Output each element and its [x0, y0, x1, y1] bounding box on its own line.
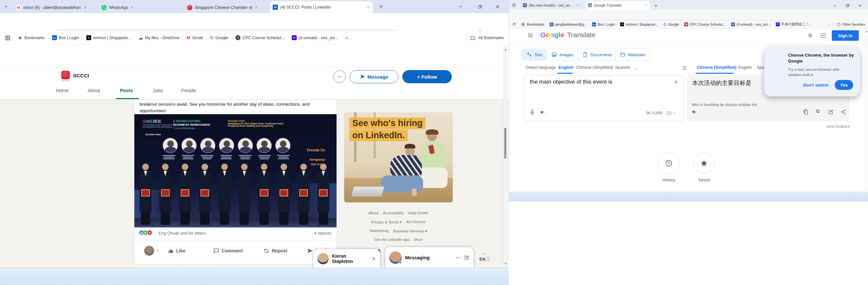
- tab-linkedin-active[interactable]: in (4) SCCCI: Posts | LinkedIn: [270, 1, 373, 13]
- bookmark-item[interactable]: Bookmarks: [18, 36, 45, 40]
- bookmark-item[interactable]: CCPC Course Schedul...: [236, 35, 284, 40]
- reposts-count[interactable]: 4 reposts: [314, 231, 331, 235]
- company-tab-home[interactable]: Home: [56, 88, 69, 93]
- favorite-item[interactable]: ✉(4 unread) - ceo_asi...: [731, 22, 771, 26]
- close-window-button[interactable]: [490, 0, 505, 13]
- mode-websites-chip[interactable]: Websites: [615, 49, 650, 61]
- source-lang-spanish[interactable]: Spanish: [615, 65, 630, 70]
- repost-button[interactable]: Repost: [264, 248, 287, 254]
- footer-link[interactable]: Accessibility: [383, 211, 404, 215]
- source-text-input[interactable]: the main objective of this event is: [530, 78, 668, 105]
- bookmark-item[interactable]: ☁My files - OneDrive: [138, 35, 180, 40]
- rate-translation-icon[interactable]: [828, 109, 834, 115]
- swap-languages-icon[interactable]: [682, 65, 687, 71]
- social-proof-text[interactable]: Eng Chuah and 44 others: [159, 231, 206, 235]
- restore-button[interactable]: [472, 0, 487, 13]
- favorite-item[interactable]: ▦CPC Course Schedul...: [684, 22, 726, 26]
- tab-actions-icon[interactable]: [512, 2, 516, 7]
- bookmark-item[interactable]: boxBox | Login: [52, 35, 79, 40]
- mode-documents-chip[interactable]: Documents: [578, 49, 617, 61]
- comment-button[interactable]: Comment: [213, 248, 243, 254]
- post-image[interactable]: SMEICC CONFERENCE SERIES Session Chair A…: [134, 114, 337, 227]
- favorite-item[interactable]: xxinmsn | Singapore...: [620, 22, 658, 26]
- company-tab-about[interactable]: About: [88, 88, 100, 93]
- tab-whatsapp[interactable]: WhatsApp: [99, 2, 182, 12]
- copy-translation-icon[interactable]: [803, 109, 809, 115]
- more-horizontal-icon[interactable]: [456, 255, 461, 260]
- favorite-item[interactable]: ✉gengfanbianwo@g...: [550, 22, 587, 26]
- footer-link[interactable]: Advertising: [370, 229, 389, 233]
- message-button[interactable]: Message: [350, 70, 398, 83]
- minimize-button[interactable]: [833, 3, 837, 7]
- listen-source-icon[interactable]: [540, 109, 546, 115]
- close-icon[interactable]: [644, 4, 647, 7]
- messaging-panel[interactable]: Messaging: [385, 247, 473, 268]
- minimize-button[interactable]: [453, 0, 468, 13]
- favorite-item[interactable]: Y不再讨超简老二 ! ...: [776, 22, 811, 27]
- ime-language-indicator[interactable]: ⌃ EN▭▭: [479, 253, 490, 262]
- dont-switch-button[interactable]: Don't switch: [803, 83, 829, 88]
- footer-link[interactable]: Help Center: [408, 211, 428, 215]
- company-overflow-button[interactable]: [333, 70, 346, 83]
- sidebar-icon[interactable]: [513, 22, 516, 26]
- restore-button[interactable]: [846, 3, 849, 7]
- close-icon[interactable]: [130, 6, 134, 9]
- close-icon[interactable]: [254, 6, 258, 9]
- share-translation-icon[interactable]: [840, 109, 846, 115]
- close-icon[interactable]: [83, 6, 87, 9]
- tab-search-chevron-icon[interactable]: [4, 4, 8, 8]
- company-tab-posts-active[interactable]: Posts: [120, 88, 133, 93]
- source-lang-english[interactable]: English: [558, 65, 573, 70]
- gear-icon[interactable]: [807, 32, 813, 38]
- company-tab-people[interactable]: People: [181, 88, 196, 93]
- favorite-item[interactable]: boxBox | Login: [592, 22, 615, 26]
- target-lang-english[interactable]: English: [738, 65, 752, 70]
- new-tab-button[interactable]: [654, 3, 658, 7]
- reactions-cluster[interactable]: ★ ♥: [139, 230, 152, 235]
- sign-in-button[interactable]: Sign in: [832, 30, 859, 41]
- bookmark-item[interactable]: MGmail: [187, 35, 203, 40]
- edge-tab-translate-active[interactable]: G Google Translate: [586, 1, 650, 9]
- google-search-icon[interactable]: G: [816, 108, 820, 114]
- compose-icon[interactable]: [464, 255, 470, 260]
- reaction-identity-switcher[interactable]: [144, 246, 159, 256]
- like-button[interactable]: Like: [168, 248, 185, 254]
- close-icon[interactable]: [367, 6, 370, 9]
- footer-link[interactable]: Get the LinkedIn app: [374, 238, 410, 242]
- clear-source-icon[interactable]: [673, 79, 678, 85]
- source-lang-dropdown-chevron[interactable]: [633, 66, 638, 71]
- close-window-button[interactable]: [858, 3, 862, 7]
- company-tab-jobs[interactable]: Jobs: [153, 88, 163, 93]
- apps-grid-icon[interactable]: [5, 35, 10, 41]
- hamburger-icon[interactable]: [527, 32, 533, 38]
- footer-link[interactable]: Ad Choices: [406, 220, 426, 224]
- close-icon[interactable]: [371, 256, 376, 261]
- send-feedback-link[interactable]: Send feedback: [805, 124, 849, 128]
- translate-scrollbar[interactable]: ▲: [865, 28, 868, 192]
- keyboard-icon[interactable]: [666, 110, 676, 116]
- footer-link[interactable]: More: [414, 238, 423, 242]
- mode-images-chip[interactable]: Images: [547, 49, 579, 61]
- follow-button[interactable]: + Follow: [402, 70, 452, 83]
- tab-sccci-site[interactable]: Singapore Chinese Chamber of: [184, 2, 268, 12]
- saved-button[interactable]: Saved: [693, 153, 715, 182]
- footer-link[interactable]: Business Services ▾: [393, 229, 427, 233]
- footer-link[interactable]: About: [369, 211, 378, 215]
- mic-icon[interactable]: [529, 109, 535, 115]
- scrollbar-thumb[interactable]: [504, 128, 506, 159]
- scrollbar-up-arrow[interactable]: ▲: [865, 30, 868, 33]
- bookmarks-overflow-chevron[interactable]: »: [345, 35, 348, 40]
- tab-gmail[interactable]: M Inbox (8) - albert@asiawidefran: [13, 2, 97, 12]
- scrollbar-down-arrow[interactable]: ▼: [504, 262, 507, 265]
- favorite-item[interactable]: GGoogle: [663, 22, 679, 26]
- edge-tab-mail[interactable]: ✉ (No new emails) - ceo_asiawide: [520, 1, 584, 9]
- target-lang-chinese[interactable]: Chinese (Simplified): [697, 65, 736, 70]
- google-apps-icon[interactable]: [820, 32, 826, 38]
- history-button[interactable]: History: [658, 153, 679, 182]
- page-scrollbar[interactable]: ▲ ▼: [503, 46, 507, 268]
- yes-button[interactable]: Yes: [835, 80, 853, 90]
- favorite-item[interactable]: Bookmarks: [521, 22, 544, 26]
- close-icon[interactable]: [576, 4, 579, 7]
- bookmark-item[interactable]: GGoogle: [210, 35, 228, 40]
- google-translate-logo[interactable]: Google Translate: [540, 31, 596, 39]
